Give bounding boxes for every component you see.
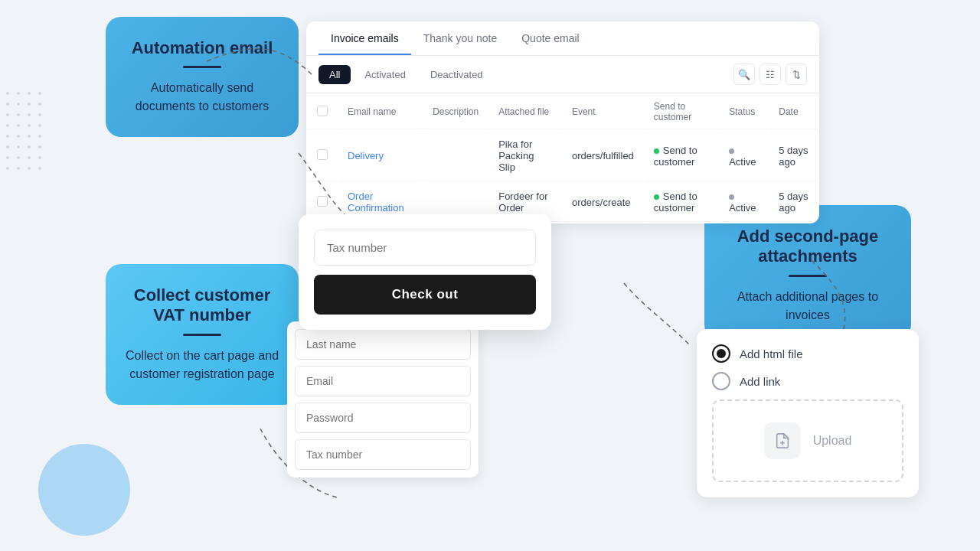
filter-pills: All Activated Deactivated [318,65,726,84]
row1-status: Active [720,131,768,181]
password-field[interactable] [295,403,471,433]
invoice-email-panel: Invoice emails Thank you note Quote emai… [306,21,819,223]
registration-form [287,321,479,478]
filter-icon[interactable]: ☷ [760,64,781,85]
toolbar-icons: 🔍 ☷ ⇅ [733,64,807,85]
dot-grid-decoration [6,92,44,173]
option-add-link-label: Add link [740,375,780,388]
automation-card-divider [183,66,221,68]
col-send-to-customer: Send to customer [645,95,718,129]
vat-card-divider [183,334,221,336]
invoice-toolbar: All Activated Deactivated 🔍 ☷ ⇅ [306,56,819,93]
col-email-name: Email name [338,95,422,129]
tax-number-input[interactable] [314,230,536,266]
row1-event: orders/fulfilled [563,131,643,181]
tab-thank-you-note[interactable]: Thank you note [411,21,510,55]
second-page-card-title: Add second-page attachments [720,227,896,267]
tab-invoice-emails[interactable]: Invoice emails [318,21,411,55]
checkout-button[interactable]: Check out [314,275,536,315]
automation-email-card: Automation email Automatically send docu… [106,17,299,137]
option-add-html-file[interactable]: Add html file [712,344,903,363]
col-attached-file: Attached file [489,95,561,129]
upload-file-icon [764,422,801,459]
automation-card-description: Automatically send documents to customer… [124,79,280,116]
col-event: Event [563,95,643,129]
row2-event: orders/create [563,183,643,222]
radio-html-file-outer [712,344,730,363]
last-name-field[interactable] [295,329,471,360]
vat-card-title: Collect customer VAT number [124,285,280,326]
upload-label: Upload [813,434,852,448]
vat-card: Collect customer VAT number Collect on t… [106,264,299,405]
second-page-card: Add second-page attachments Attach addit… [704,205,911,340]
radio-add-link [712,372,730,390]
col-status: Status [720,95,768,129]
table-row: Delivery Pika for Packing Slip orders/fu… [308,131,818,181]
pill-all[interactable]: All [318,65,351,84]
option-add-link[interactable]: Add link [712,372,903,390]
row1-description [423,131,488,181]
pill-deactivated[interactable]: Deactivated [420,65,494,84]
row1-checkbox[interactable] [317,149,328,160]
background-circle-decoration [38,444,130,536]
col-date: Date [769,95,818,129]
pill-activated[interactable]: Activated [354,65,416,84]
invoice-table: Email name Description Attached file Eve… [306,93,819,223]
upload-box[interactable]: Upload [712,399,903,482]
row1-email-name[interactable]: Delivery [348,150,384,161]
second-page-card-description: Attach additional pages to invoices [720,288,896,324]
tax-number-reg-field[interactable] [295,439,471,470]
select-all-checkbox[interactable] [317,106,328,116]
tab-quote-email[interactable]: Quote email [509,21,591,55]
row2-send-to: Send to customer [645,183,718,222]
row1-send-to: Send to customer [645,131,718,181]
vat-card-description: Collect on the cart page and customer re… [124,347,280,383]
option-html-file-label: Add html file [740,347,803,360]
row1-attached-file: Pika for Packing Slip [489,131,561,181]
search-icon[interactable]: 🔍 [733,64,755,85]
radio-html-file-inner [717,349,726,358]
row1-date: 5 days ago [769,131,818,181]
invoice-tabs-bar: Invoice emails Thank you note Quote emai… [306,21,819,56]
row2-email-name[interactable]: Order Confirmation [348,191,404,214]
col-description: Description [423,95,488,129]
automation-card-title: Automation email [124,38,280,58]
attachment-widget: Add html file Add link Upload [697,329,919,497]
sort-icon[interactable]: ⇅ [786,64,807,85]
row2-checkbox[interactable] [317,196,328,207]
row2-status: Active [720,183,768,222]
checkout-widget: Check out [299,214,551,330]
email-field[interactable] [295,366,471,396]
row2-date: 5 days ago [769,183,818,222]
second-page-card-divider [789,275,827,277]
